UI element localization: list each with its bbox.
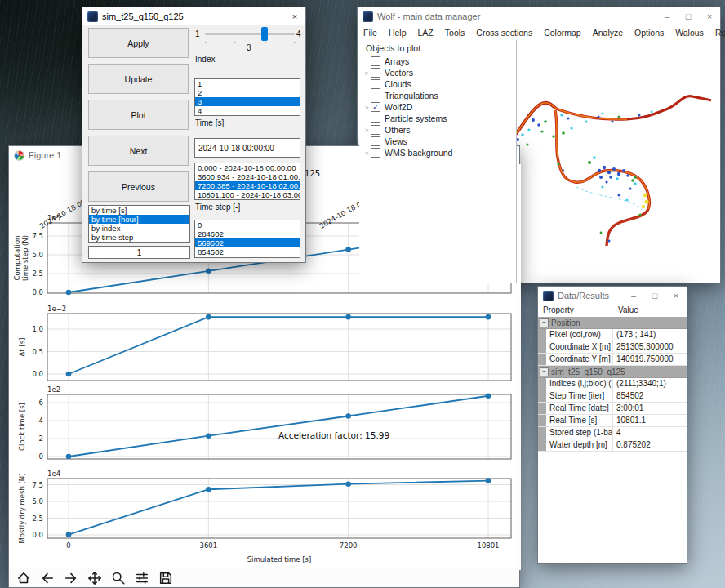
row-gutter <box>538 390 546 402</box>
tree-item-triangulations[interactable]: Triangulations <box>359 90 516 101</box>
pan-icon[interactable] <box>87 570 103 586</box>
datetime-input[interactable] <box>194 138 300 158</box>
checkbox-unchecked[interactable] <box>371 68 380 78</box>
menu-item-help[interactable]: Help <box>383 28 412 38</box>
list-item[interactable]: by time [s] <box>89 206 189 215</box>
property-name: Water depth [m] <box>546 439 613 451</box>
list-item[interactable]: 7200.385 - 2024-10-18 02:00:00 <box>195 181 300 190</box>
slider-value-label: 3 <box>247 43 251 52</box>
data-results-window: Data/Results – □ × Property Value −Posit… <box>537 286 687 564</box>
property-row: Pixel (col,row)(173 ; 141) <box>538 329 687 341</box>
menu-item-file[interactable]: File <box>358 28 383 38</box>
list-item[interactable]: by time [hour] <box>89 215 189 224</box>
list-item[interactable]: 0 <box>195 220 300 229</box>
tree-item-wms-background[interactable]: >WMS background <box>359 147 516 158</box>
list-item[interactable]: 3 <box>195 97 300 106</box>
list-item[interactable]: 1 <box>195 79 300 88</box>
property-row: Water depth [m]0.875202 <box>538 439 687 452</box>
close-icon[interactable]: × <box>699 7 720 25</box>
checkbox-unchecked[interactable] <box>371 125 380 135</box>
forward-icon[interactable] <box>63 570 79 586</box>
list-item[interactable]: by index <box>89 224 189 233</box>
save-icon[interactable] <box>158 570 174 586</box>
expand-chevron-icon[interactable]: > <box>362 104 371 111</box>
checkbox-checked[interactable]: ✓ <box>371 102 380 112</box>
list-item[interactable]: 854502 <box>195 247 300 256</box>
list-item[interactable]: 0.000 - 2024-10-18 00:00:00 <box>195 163 300 172</box>
menu-item-options[interactable]: Options <box>629 28 669 38</box>
update-button[interactable]: Update <box>88 64 189 94</box>
close-icon[interactable]: × <box>284 7 305 25</box>
expand-chevron-icon[interactable]: > <box>362 69 371 77</box>
apply-button[interactable]: Apply <box>88 28 189 58</box>
property-value: 4 <box>613 427 687 439</box>
checkbox-unchecked[interactable] <box>371 56 380 66</box>
list-item[interactable]: 10801.100 - 2024-10-18 03:00:01 <box>195 190 300 199</box>
timestep-listbox[interactable]: 0284602569502854502 <box>194 220 300 258</box>
property-value: 854502 <box>613 390 687 402</box>
menu-item-analyze[interactable]: Analyze <box>587 28 629 38</box>
list-item[interactable]: 284602 <box>195 229 300 238</box>
menu-item-cross-sections[interactable]: Cross sections <box>470 28 538 38</box>
subplots-icon[interactable] <box>134 570 150 586</box>
menu-item-results-2d[interactable]: Results 2D <box>709 28 725 38</box>
svg-text:2.5: 2.5 <box>32 514 43 523</box>
tree-item-vectors[interactable]: >Vectors <box>359 67 516 78</box>
category-label: Position <box>551 318 580 327</box>
home-icon[interactable] <box>16 570 32 586</box>
property-value: 140919.750000 <box>613 354 687 365</box>
close-icon[interactable]: × <box>665 287 687 305</box>
index-listbox[interactable]: 1234 <box>194 78 300 116</box>
checkbox-unchecked[interactable] <box>371 148 380 158</box>
list-item[interactable]: 2 <box>195 88 300 97</box>
expand-chevron-icon[interactable]: > <box>362 149 371 157</box>
row-gutter <box>538 415 546 426</box>
plot-button[interactable]: Plot <box>88 100 189 130</box>
step-input[interactable] <box>88 246 190 259</box>
expand-chevron-icon[interactable]: > <box>362 127 371 134</box>
menu-item-walous[interactable]: Walous <box>669 28 709 38</box>
list-item[interactable]: 569502 <box>195 238 300 247</box>
back-icon[interactable] <box>39 570 56 586</box>
index-slider-thumb[interactable] <box>261 27 268 41</box>
menu-item-colormap[interactable]: Colormap <box>538 28 587 38</box>
tree-item-clouds[interactable]: Clouds <box>359 78 516 90</box>
previous-button[interactable]: Previous <box>88 172 189 202</box>
tree-item-arrays[interactable]: Arrays <box>359 56 516 67</box>
property-name: Indices (i,j;bloc) (1-based) <box>546 378 613 390</box>
collapse-icon[interactable]: − <box>540 318 549 327</box>
list-item[interactable]: 4 <box>195 106 300 115</box>
checkbox-unchecked[interactable] <box>371 114 380 123</box>
tree-item-particle-systems[interactable]: Particle systems <box>359 113 516 124</box>
minimize-icon[interactable]: – <box>623 287 644 305</box>
category-label: sim_t25_q150_q125 <box>551 368 625 376</box>
checkbox-unchecked[interactable] <box>371 136 380 146</box>
next-button[interactable]: Next <box>88 136 189 166</box>
list-item[interactable]: 3600.934 - 2024-10-18 01:00:00 <box>195 172 300 181</box>
zoom-icon[interactable] <box>110 570 127 586</box>
tree-item-views[interactable]: Views <box>359 136 516 147</box>
property-value: (173 ; 141) <box>613 329 687 341</box>
tree-item-others[interactable]: >Others <box>359 124 516 136</box>
minimize-icon[interactable]: – <box>656 7 678 25</box>
time-listbox[interactable]: 0.000 - 2024-10-18 00:00:003600.934 - 20… <box>194 163 300 200</box>
tree-item-wolf2d[interactable]: >✓Wolf2D <box>359 101 516 113</box>
collapse-icon[interactable]: − <box>540 368 549 376</box>
list-item[interactable]: by time step <box>89 233 189 242</box>
property-name: Pixel (col,row) <box>546 329 613 341</box>
svg-text:0.0: 0.0 <box>32 531 43 539</box>
checkbox-unchecked[interactable] <box>371 91 380 100</box>
slider-max-label: 4 <box>296 29 301 38</box>
maximize-icon[interactable]: □ <box>644 287 665 305</box>
menu-item-laz[interactable]: LAZ <box>412 28 439 38</box>
index-slider-track[interactable] <box>205 33 295 35</box>
wolf-main-window: Wolf - main data manager – □ × FileHelpL… <box>357 7 721 283</box>
mode-listbox[interactable]: by time [s]by time [hour]by indexby time… <box>88 205 190 243</box>
wolf-titlebar: Wolf - main data manager – □ × <box>358 7 720 25</box>
category-row-sim-t25-q150-q125: −sim_t25_q150_q125 <box>538 366 687 378</box>
menu-item-tools[interactable]: Tools <box>439 28 471 38</box>
checkbox-unchecked[interactable] <box>371 79 380 89</box>
maximize-icon[interactable]: □ <box>678 7 699 25</box>
property-row: Step Time [iter]854502 <box>538 390 687 403</box>
row-gutter <box>538 439 546 451</box>
